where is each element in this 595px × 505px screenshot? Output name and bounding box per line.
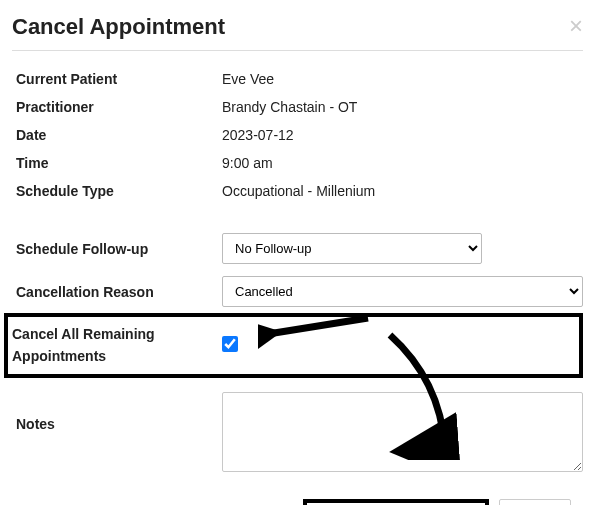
notes-textarea[interactable] (222, 392, 583, 472)
value-date: 2023-07-12 (222, 127, 583, 143)
label-time: Time (12, 155, 222, 171)
row-current-patient: Current Patient Eve Vee (12, 65, 583, 93)
row-reason: Cancellation Reason Cancelled (12, 270, 583, 313)
row-cancel-all: Cancel All Remaining Appointments (8, 321, 579, 370)
row-notes: Notes (12, 378, 583, 481)
value-current-patient: Eve Vee (222, 71, 583, 87)
row-schedule-type: Schedule Type Occupational - Millenium (12, 177, 583, 205)
reason-select[interactable]: Cancelled (222, 276, 583, 307)
modal-footer: Cancel Appointment Close (12, 481, 583, 505)
value-schedule-type: Occupational - Millenium (222, 183, 583, 199)
modal-title: Cancel Appointment (12, 14, 225, 40)
row-date: Date 2023-07-12 (12, 121, 583, 149)
label-followup: Schedule Follow-up (12, 241, 222, 257)
row-time: Time 9:00 am (12, 149, 583, 177)
primary-button-highlight: Cancel Appointment (303, 499, 489, 505)
followup-select[interactable]: No Follow-up (222, 233, 482, 264)
label-reason: Cancellation Reason (12, 284, 222, 300)
modal-header: Cancel Appointment × (12, 8, 583, 50)
close-button[interactable]: Close (499, 499, 571, 505)
label-current-patient: Current Patient (12, 71, 222, 87)
label-practitioner: Practitioner (12, 99, 222, 115)
label-date: Date (12, 127, 222, 143)
row-followup: Schedule Follow-up No Follow-up (12, 227, 583, 270)
cancel-all-checkbox[interactable] (222, 336, 238, 352)
value-practitioner: Brandy Chastain - OT (222, 99, 583, 115)
close-icon[interactable]: × (569, 14, 583, 38)
label-schedule-type: Schedule Type (12, 183, 222, 199)
row-practitioner: Practitioner Brandy Chastain - OT (12, 93, 583, 121)
cancel-all-highlight: Cancel All Remaining Appointments (4, 313, 583, 378)
label-notes: Notes (12, 392, 222, 432)
value-time: 9:00 am (222, 155, 583, 171)
header-divider (12, 50, 583, 51)
label-cancel-all: Cancel All Remaining Appointments (8, 323, 218, 368)
cancel-appointment-modal: Cancel Appointment × Current Patient Eve… (0, 0, 595, 505)
